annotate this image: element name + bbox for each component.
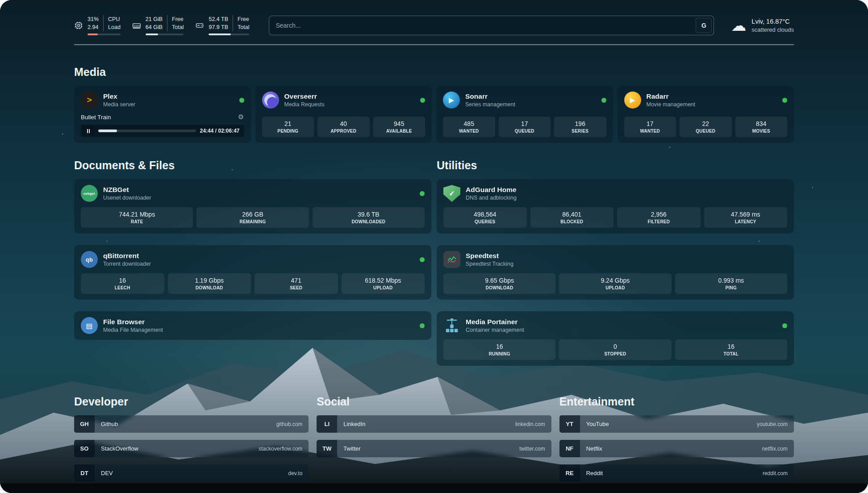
pause-button[interactable] [83,126,94,135]
app-name: Sonarr [465,92,515,100]
bookmark-dev[interactable]: DT DEV dev.to [74,464,309,482]
cpu-load-label: Load [108,23,121,31]
search-engine-button[interactable]: G [696,18,712,33]
app-name: Radarr [647,92,696,100]
search-input[interactable] [269,16,714,35]
stat-value: 39.6 TB [314,211,423,218]
stat-label: BLOCKED [532,219,612,224]
plex-now-playing-row: Bullet Train ⚙ [81,113,244,121]
stat-box: 618.52 Mbps UPLOAD [342,273,425,294]
stat-label: AVAILABLE [375,129,424,134]
stat-label: LATENCY [706,219,786,224]
media-grid: > Plex Media server Bullet Train ⚙ [74,86,794,143]
stat-label: UPLOAD [561,285,669,290]
playback-progress-track[interactable] [98,130,196,132]
bookmark-twitter[interactable]: TW Twitter twitter.com [317,440,551,457]
documents-section-title: Documents & Files [74,159,431,172]
status-dot-online [420,191,425,196]
qbittorrent-icon: qb [81,251,98,268]
app-name: Overseerr [284,92,325,100]
disk-free-label: Free [238,15,249,23]
bookmark-url: twitter.com [519,446,545,452]
stat-box: 17 QUEUED [499,117,551,137]
adguard-card[interactable]: ✓ AdGuard Home DNS and adblocking 498,56… [437,179,794,234]
bookmarks-area: Developer GH Github github.com SO StackO… [74,395,794,489]
stat-value: 266 GB [198,211,307,218]
stat-value: 0.993 ms [677,277,785,284]
portainer-card[interactable]: Media Portainer Container management 16 … [437,311,794,366]
filebrowser-card-header: ▤ File Browser Media File Management [81,317,425,334]
play-glyph: ▶ [630,96,635,104]
app-name: Speedtest [466,252,513,260]
speedtest-card-header: Speedtest Speedtest Tracking [443,251,787,268]
bookmark-stackoverflow[interactable]: SO StackOverflow stackoverflow.com [74,440,309,457]
bookmark-name: LinkedIn [343,421,365,427]
nzbget-card[interactable]: nzbget NZBGet Usenet downloader 744.21 M… [74,179,431,234]
speedtest-card[interactable]: Speedtest Speedtest Tracking 9.65 Gbps D… [437,245,794,300]
stat-box: 86,401 BLOCKED [530,207,614,228]
stat-value: 834 [737,120,786,127]
bookmark-reddit[interactable]: RE Reddit reddit.com [559,464,794,482]
social-section: Social LI LinkedIn linkedin.com TW Twitt… [317,395,551,489]
stat-label: UPLOAD [343,285,423,290]
bookmark-youtube[interactable]: YT YouTube youtube.com [559,415,794,433]
entertainment-section: Entertainment YT YouTube youtube.com NF … [559,395,794,489]
adguard-card-header: ✓ AdGuard Home DNS and adblocking [443,185,787,202]
app-subtitle: DNS and adblocking [466,195,517,201]
nzbget-card-header: nzbget NZBGet Usenet downloader [81,185,425,202]
stat-box: 40 APPROVED [317,117,370,137]
bookmark-name: Netflix [586,445,602,452]
developer-section-title: Developer [74,395,309,408]
radarr-card[interactable]: ▶ Radarr Movie management 17 WANTED [618,86,794,143]
stat-label: TOTAL [677,351,785,356]
stat-label: QUEUED [681,129,730,134]
radarr-stats: 17 WANTED 22 QUEUED 834 MOVIES [624,117,788,137]
app-name: Plex [103,92,135,100]
media-section: Media > Plex Media server Bullet Train [74,66,794,143]
stat-label: QUERIES [445,219,525,224]
disk-usage-bar-fill [209,33,230,35]
app-name: File Browser [103,318,163,326]
bookmark-github[interactable]: GH Github github.com [74,415,309,433]
bookmark-netflix[interactable]: NF Netflix netflix.com [559,440,794,457]
nzbget-stats: 744.21 Mbps RATE 266 GB REMAINING 39.6 T… [81,207,425,228]
overseerr-stats: 21 PENDING 40 APPROVED 945 AVAILABLE [262,117,426,137]
stat-label: RUNNING [445,351,554,356]
bookmark-name: StackOverflow [101,445,138,452]
plex-player-bar: 24:44 / 02:06:47 [81,125,244,137]
app-subtitle: Torrent downloader [103,261,151,267]
bookmark-url: netflix.com [762,446,788,452]
playback-progress-fill [98,130,117,132]
overseerr-card[interactable]: Overseerr Media Requests 21 PENDING 40 A… [255,86,432,143]
portainer-card-header: Media Portainer Container management [443,317,787,334]
stat-value: 86,401 [532,211,612,218]
bookmark-linkedin[interactable]: LI LinkedIn linkedin.com [317,415,551,433]
bookmark-badge: NF [559,440,580,457]
cpu-load-value: 2.94 [88,23,99,31]
top-bar: 31% 2.94 CPU Load [74,15,794,35]
plex-card[interactable]: > Plex Media server Bullet Train ⚙ [74,86,251,143]
bookmark-badge: RE [559,464,580,482]
disk-total-value: 97.9 TB [209,23,228,31]
stat-value: 21 [264,120,313,127]
stat-box: 0 STOPPED [559,339,671,360]
settings-gear-icon[interactable]: ⚙ [238,113,244,121]
qbittorrent-card[interactable]: qb qBittorrent Torrent downloader 16 LEE… [74,245,431,300]
bookmark-badge: YT [559,415,580,433]
stat-box: 744.21 Mbps RATE [81,207,193,228]
memory-usage-bar-fill [146,33,158,35]
nzbget-icon-text: nzbget [83,192,95,196]
sonarr-card[interactable]: ▶ Sonarr Series management 485 WANTED [436,86,613,143]
bookmark-badge: GH [74,415,95,433]
weather-condition: scattered clouds [751,26,794,33]
stat-box: 485 WANTED [443,117,495,137]
bookmark-name: YouTube [586,421,609,427]
media-section-title: Media [74,66,794,79]
filebrowser-card[interactable]: ▤ File Browser Media File Management [74,311,431,340]
plex-chevron: > [87,95,92,105]
now-playing-title: Bullet Train [81,114,111,121]
plex-card-header: > Plex Media server [81,92,244,109]
cpu-usage-value: 31% [88,15,99,23]
disk-total-label: Total [238,23,249,31]
stat-label: SERIES [556,129,605,134]
